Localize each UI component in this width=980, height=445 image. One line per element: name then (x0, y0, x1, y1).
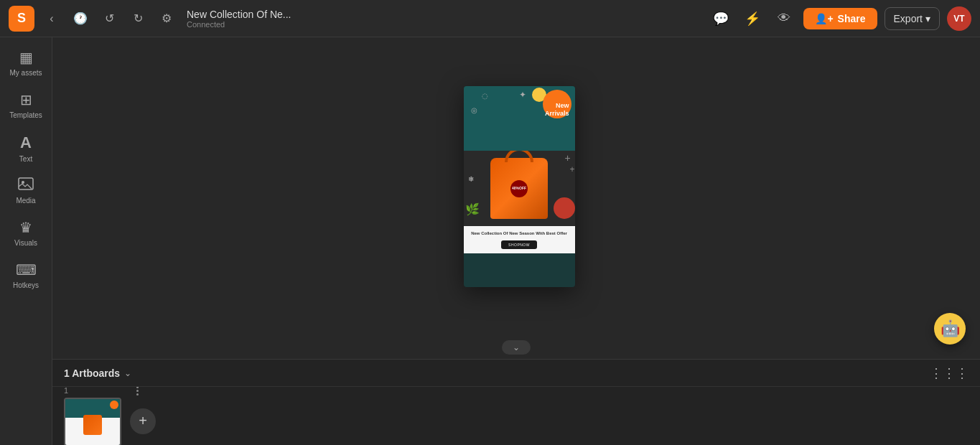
artboard-thumb-1-number: 1 (64, 387, 68, 395)
thumb-bag (83, 415, 102, 435)
sidebar-label-media: Media (16, 197, 35, 205)
redo-button[interactable]: ↻ (126, 7, 149, 30)
history-icon: 🕐 (73, 11, 88, 25)
artboards-header: 1 Artboards ⌄ ⋮⋮⋮ (52, 360, 980, 387)
settings-button[interactable]: ⚙ (155, 7, 178, 30)
svg-point-1 (22, 181, 24, 184)
sidebar-item-templates[interactable]: ⊞ Templates (3, 85, 49, 125)
title-area: New Collection Of Ne... Connected (187, 9, 703, 29)
sidebar-item-text[interactable]: A Text (3, 128, 49, 169)
bag-visual: 40% OFF (490, 158, 548, 219)
artboards-count-label: 1 Artboards (64, 367, 120, 379)
plus-icon-2: + (569, 164, 574, 174)
chatbot-fab-button[interactable]: 🤖 (934, 313, 966, 345)
sidebar-item-media[interactable]: Media (3, 172, 49, 210)
share-icon: 👤+ (815, 13, 833, 24)
sidebar-item-my-assets[interactable]: ▦ My assets (3, 43, 49, 83)
artboard-thumb-1[interactable] (64, 398, 121, 446)
menu-dot-2 (136, 390, 139, 392)
thumb-orange-circle (110, 400, 118, 409)
export-label: Export (894, 13, 923, 24)
grid-view-icon: ⋮⋮⋮ (930, 366, 969, 380)
back-icon: ‹ (50, 12, 53, 25)
artboard-thumb-inner (65, 399, 120, 445)
sidebar-item-visuals[interactable]: ♛ Visuals (3, 213, 49, 253)
sidebar-label-my-assets: My assets (9, 69, 42, 77)
preview-button[interactable]: 👁 (772, 6, 796, 31)
add-artboard-icon: + (139, 413, 147, 429)
artboard-card[interactable]: ✦ ◌ ◎ New Arrivals 40% (464, 86, 575, 287)
artboards-bar: 1 Artboards ⌄ ⋮⋮⋮ 1 (52, 359, 980, 445)
comment-icon: 💬 (713, 11, 729, 27)
red-circle-bottom (554, 197, 575, 219)
document-title: New Collection Of Ne... (187, 9, 703, 20)
artboard-bottom-section: New Collection Of New Season With Best O… (464, 226, 575, 253)
eye-icon: 👁 (778, 11, 790, 26)
chevron-down-icon: ⌄ (513, 342, 520, 352)
hotkeys-icon: ⌨ (16, 261, 37, 278)
my-assets-icon: ▦ (19, 49, 33, 66)
artboards-expand-button[interactable]: ⌄ (124, 368, 131, 378)
sidebar-label-hotkeys: Hotkeys (13, 281, 39, 289)
snowflake-icon: ✦ (519, 90, 526, 100)
plus-icon-1: + (562, 152, 574, 164)
artboards-chevron-icon: ⌄ (124, 368, 131, 378)
snowflake-icon-2: ❄ (468, 175, 474, 183)
menu-dot-3 (136, 393, 139, 395)
menu-dot-1 (136, 387, 139, 388)
sidebar: ▦ My assets ⊞ Templates A Text Media ♛ V… (0, 37, 52, 445)
sidebar-label-templates: Templates (9, 111, 42, 119)
artboard-bag-area: 40% OFF (483, 151, 555, 226)
sidebar-label-visuals: Visuals (14, 239, 37, 247)
bag-discount-label: 40% OFF (510, 180, 528, 197)
shop-now-btn: SHOPNOW (501, 240, 537, 249)
canvas-scroll: ✦ ◌ ◎ New Arrivals 40% (52, 37, 980, 445)
connection-status: Connected (187, 20, 703, 29)
artboards-content: 1 (52, 387, 980, 445)
artboard-thumb-menu-button[interactable] (134, 387, 141, 398)
back-button[interactable]: ‹ (40, 7, 63, 30)
canvas-chevron-area: ⌄ (52, 336, 980, 359)
undo-button[interactable]: ↺ (98, 7, 121, 30)
share-button[interactable]: 👤+ Share (803, 8, 877, 29)
artboard-top-section: ✦ ◌ ◎ New Arrivals (464, 86, 575, 151)
artboards-title-group: 1 Artboards ⌄ (64, 367, 131, 379)
topbar-right: 💬 ⚡ 👁 👤+ Share Export ▾ VT (709, 6, 971, 31)
chatbot-icon: 🤖 (941, 319, 960, 338)
avatar-initials: VT (953, 14, 964, 24)
topbar: S ‹ 🕐 ↺ ↻ ⚙ New Collection Of Ne... Conn… (0, 0, 980, 37)
logo-icon: S (17, 11, 26, 26)
sidebar-item-hotkeys[interactable]: ⌨ Hotkeys (3, 256, 49, 295)
collapse-chevron-button[interactable]: ⌄ (502, 340, 531, 355)
redo-icon: ↻ (134, 11, 143, 25)
bolt-icon: ⚡ (745, 11, 760, 27)
ornament-icon-1: ◌ (482, 92, 488, 100)
logo-button[interactable]: S (9, 6, 34, 32)
main-row: ▦ My assets ⊞ Templates A Text Media ♛ V… (0, 37, 980, 445)
export-chevron-icon: ▾ (925, 13, 930, 24)
leaf-decor-icon: 🌿 (465, 202, 480, 216)
artboards-grid-view-button[interactable]: ⋮⋮⋮ (930, 365, 969, 381)
collection-text: New Collection Of New Season With Best O… (470, 230, 569, 236)
text-icon: A (20, 134, 32, 152)
templates-icon: ⊞ (20, 91, 32, 108)
avatar-button[interactable]: VT (947, 6, 971, 31)
sidebar-label-text: Text (19, 155, 32, 163)
visuals-icon: ♛ (19, 219, 32, 236)
ornament-icon-2: ◎ (471, 106, 477, 114)
canvas-area[interactable]: ✦ ◌ ◎ New Arrivals 40% (58, 37, 980, 336)
add-artboard-button[interactable]: + (130, 408, 156, 434)
bag-handle (505, 151, 533, 162)
new-arrivals-text: New Arrivals (545, 102, 569, 118)
bolt-button[interactable]: ⚡ (740, 6, 765, 31)
history-button[interactable]: 🕐 (69, 7, 92, 30)
comment-button[interactable]: 💬 (709, 6, 733, 31)
media-icon (18, 177, 34, 194)
artboard-thumb-1-wrap: 1 (64, 387, 121, 445)
share-label: Share (838, 13, 866, 24)
export-button[interactable]: Export ▾ (885, 7, 940, 30)
undo-icon: ↺ (105, 11, 114, 25)
settings-icon: ⚙ (162, 11, 172, 25)
